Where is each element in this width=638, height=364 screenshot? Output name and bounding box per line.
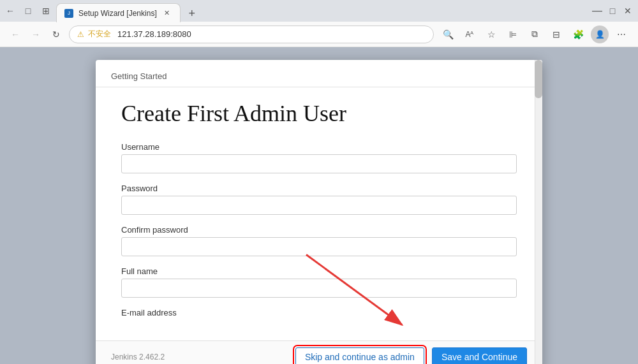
page-content: Getting Started Create First Admin User … [0, 47, 638, 364]
minimize-button[interactable]: — [592, 6, 602, 16]
modal-scrollbar[interactable] [535, 60, 542, 364]
full-name-group: Full name [121, 266, 517, 298]
tab-favicon-icon: J [64, 9, 73, 18]
password-group: Password [121, 184, 517, 215]
search-icon[interactable]: 🔍 [439, 25, 457, 43]
bookmark-icon[interactable]: ☆ [482, 25, 500, 43]
confirm-password-label: Confirm password [121, 225, 517, 235]
getting-started-label: Getting Started [111, 71, 167, 81]
maximize-button[interactable]: □ [607, 6, 618, 16]
back-page-icon[interactable]: ← [5, 6, 15, 16]
confirm-password-input[interactable] [121, 237, 517, 256]
tab-groups-icon[interactable]: ⧉ [526, 25, 544, 43]
modal-footer: Jenkins 2.462.2 Skip and continue as adm… [96, 340, 542, 364]
more-options-icon[interactable]: ⋯ [612, 25, 630, 43]
view-icon[interactable]: ⊞ [41, 6, 51, 16]
password-label: Password [121, 184, 517, 193]
title-bar-icons: ← □ ⊞ [5, 6, 51, 16]
email-label: E-mail address [121, 308, 517, 317]
username-label: Username [121, 142, 517, 152]
url-bar[interactable]: ⚠ 不安全 121.37.28.189:8080 [69, 25, 434, 43]
full-name-label: Full name [121, 266, 517, 276]
account-icon[interactable]: 👤 [591, 25, 609, 43]
tab-title: Setup Wizard [Jenkins] [78, 9, 157, 18]
modal-title: Create First Admin User [121, 100, 517, 127]
password-input[interactable] [121, 196, 517, 215]
security-warning-icon: ⚠ [77, 30, 84, 39]
address-bar: ← → ↻ ⚠ 不安全 121.37.28.189:8080 🔍 Aᴬ ☆ ⊫ … [0, 22, 638, 47]
browser-chrome: ← □ ⊞ J Setup Wizard [Jenkins] ✕ + — □ ✕… [0, 0, 638, 47]
tab-bar: J Setup Wizard [Jenkins] ✕ + [56, 0, 587, 22]
skip-continue-button[interactable]: Skip and continue as admin [295, 347, 424, 364]
tab-close-button[interactable]: ✕ [162, 8, 172, 18]
modal-header: Getting Started [96, 60, 542, 87]
wizard-modal: Getting Started Create First Admin User … [96, 60, 542, 364]
split-screen-icon[interactable]: ⊟ [547, 25, 565, 43]
extensions-icon[interactable]: 🧩 [569, 25, 587, 43]
forward-button[interactable]: → [28, 27, 43, 42]
footer-actions: Skip and continue as admin Save and Cont… [295, 347, 527, 364]
scrollbar-thumb[interactable] [535, 60, 542, 98]
jenkins-version: Jenkins 2.462.2 [111, 353, 165, 361]
title-bar: ← □ ⊞ J Setup Wizard [Jenkins] ✕ + — □ ✕ [0, 0, 638, 22]
close-button[interactable]: ✕ [623, 6, 633, 16]
save-continue-button[interactable]: Save and Continue [432, 347, 527, 364]
username-group: Username [121, 142, 517, 173]
forward-icon[interactable]: □ [23, 6, 33, 16]
toolbar-right: 🔍 Aᴬ ☆ ⊫ ⧉ ⊟ 🧩 👤 ⋯ [439, 25, 630, 43]
full-name-input[interactable] [121, 279, 517, 298]
url-warning-text: 不安全 [88, 29, 111, 40]
url-text: 121.37.28.189:8080 [117, 29, 191, 39]
email-group: E-mail address [121, 308, 517, 317]
refresh-button[interactable]: ↻ [48, 27, 64, 42]
reader-view-icon[interactable]: Aᴬ [461, 25, 478, 43]
modal-body: Create First Admin User Username Passwor… [96, 87, 542, 340]
active-tab[interactable]: J Setup Wizard [Jenkins] ✕ [56, 3, 181, 22]
favorites-icon[interactable]: ⊫ [504, 25, 522, 43]
confirm-password-group: Confirm password [121, 225, 517, 256]
username-input[interactable] [121, 154, 517, 173]
new-tab-button[interactable]: + [183, 4, 201, 22]
back-button[interactable]: ← [8, 27, 23, 42]
